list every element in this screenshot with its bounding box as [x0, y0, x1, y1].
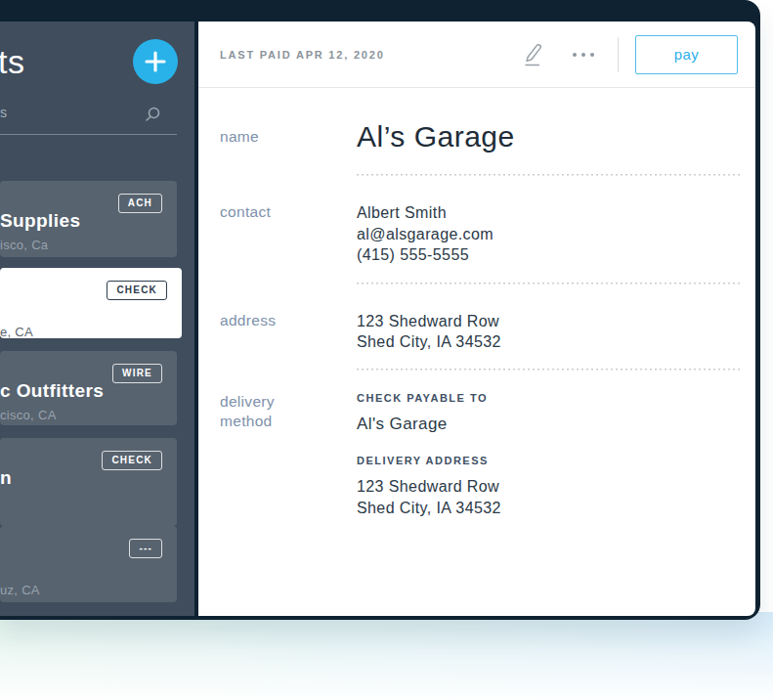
delivery-address-heading: DELIVERY ADDRESS [357, 455, 755, 467]
payment-method-badge: CHECK [102, 451, 162, 470]
delivery-method-label: delivery method [220, 392, 357, 431]
sidebar-title: ts [0, 43, 24, 81]
pay-button[interactable]: pay [635, 35, 738, 74]
search-icon[interactable] [145, 107, 160, 122]
vendor-card[interactable]: WIRE c Outfitters cisco, CA [0, 351, 177, 425]
vendor-list: ACH Supplies isco, Ca CHECK e, CA WIRE c… [0, 181, 194, 602]
contact-person: Albert Smith [357, 202, 755, 224]
vendor-location: isco, Ca [0, 238, 163, 252]
payment-method-badge: --- [129, 539, 162, 558]
vendor-location: cisco, CA [0, 408, 163, 422]
vendor-location: e, CA [0, 325, 168, 339]
vendor-card[interactable]: --- uz, CA [0, 526, 177, 602]
last-paid-text: LAST PAID APR 12, 2020 [220, 49, 517, 61]
vendor-card[interactable]: CHECK e, CA [0, 268, 182, 338]
vendor-name [0, 297, 168, 319]
add-recipient-button[interactable] [133, 39, 178, 84]
vendor-card[interactable]: ACH Supplies isco, Ca [0, 181, 177, 257]
edit-button[interactable] [517, 37, 547, 71]
contact-phone: (415) 555-5555 [357, 244, 755, 266]
payment-method-badge: ACH [118, 194, 162, 213]
dotted-separator [357, 174, 740, 176]
payment-method-badge: CHECK [107, 281, 167, 300]
check-payable-heading: CHECK PAYABLE TO [357, 392, 755, 405]
delivery-address-line-1: 123 Shedward Row [357, 476, 755, 498]
vendor-name-heading: Al’s Garage [357, 120, 755, 153]
name-label: name [220, 120, 357, 147]
app-window: ts s [0, 0, 760, 620]
address-label: address [220, 311, 357, 330]
vendor-card[interactable]: CHECK n [0, 438, 177, 526]
address-line-2: Shed City, IA 34532 [357, 331, 755, 353]
dotted-separator [357, 369, 740, 371]
check-payable-value: Al's Garage [357, 414, 755, 435]
dotted-separator [357, 283, 740, 284]
vendor-name: n [0, 467, 163, 489]
background-gradient-fade [0, 612, 773, 700]
contact-email: al@alsgarage.com [357, 224, 755, 245]
vendor-name: Supplies [0, 210, 163, 232]
more-options-button[interactable] [569, 49, 598, 61]
address-line-1: 123 Shedward Row [357, 311, 755, 332]
ellipsis-icon [573, 53, 577, 57]
sidebar: ts s [0, 22, 194, 616]
vendor-name: c Outfitters [0, 380, 163, 402]
contact-label: contact [220, 202, 357, 222]
vendor-location: uz, CA [0, 583, 163, 597]
pencil-icon [521, 41, 543, 67]
vendor-name [0, 555, 163, 577]
detail-panel: LAST PAID APR 12, 2020 pay [194, 22, 755, 616]
header-divider [618, 37, 619, 72]
detail-body: name Al’s Garage contact Albert Smith al… [198, 88, 755, 616]
delivery-address-line-2: Shed City, IA 34532 [357, 498, 755, 519]
detail-header: LAST PAID APR 12, 2020 pay [198, 22, 755, 88]
search-field[interactable]: s [0, 105, 177, 135]
payment-method-badge: WIRE [112, 364, 162, 383]
plus-icon [145, 51, 166, 72]
search-text: s [0, 105, 7, 120]
